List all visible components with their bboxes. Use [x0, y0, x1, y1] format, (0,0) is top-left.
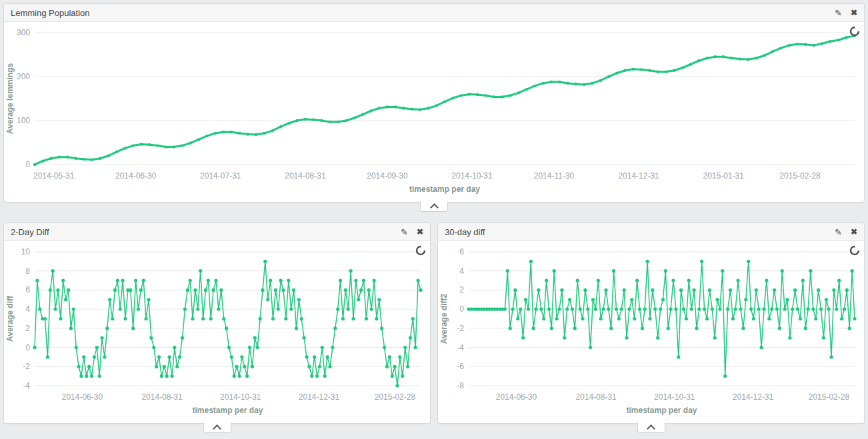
svg-text:-4: -4 — [457, 343, 464, 352]
history-icon[interactable] — [415, 245, 426, 256]
svg-text:2014-11-30: 2014-11-30 — [534, 171, 575, 181]
panel-title: Lemming Population — [11, 8, 90, 18]
svg-text:Average diff: Average diff — [5, 295, 15, 342]
panel-title: 30-day diff — [445, 227, 485, 237]
dashboard: Lemming Population ✎ ✖ 01002003002014-05… — [0, 0, 868, 427]
collapse-panel-button[interactable] — [203, 422, 231, 433]
svg-text:6: 6 — [459, 247, 464, 256]
panel-title: 2-Day Diff — [11, 227, 49, 237]
svg-text:2014-05-31: 2014-05-31 — [33, 171, 75, 181]
svg-text:-8: -8 — [457, 381, 464, 390]
svg-text:2: 2 — [25, 324, 30, 333]
svg-text:6: 6 — [25, 285, 30, 294]
svg-text:200: 200 — [17, 72, 30, 81]
svg-text:timestamp per day: timestamp per day — [192, 406, 263, 415]
thirty-day-diff-chart: -8-6-4-202462014-06-302014-08-312014-10-… — [438, 241, 864, 423]
svg-text:2014-08-31: 2014-08-31 — [575, 392, 617, 402]
svg-text:2014-06-30: 2014-06-30 — [62, 392, 103, 402]
edit-panel-icon[interactable]: ✎ — [835, 9, 842, 17]
chevron-up-icon — [430, 203, 439, 212]
svg-text:8: 8 — [25, 266, 30, 276]
edit-panel-icon[interactable]: ✎ — [401, 228, 408, 236]
chart-svg: -4-202468102014-06-302014-08-312014-10-3… — [4, 241, 430, 423]
svg-text:Average lemmings: Average lemmings — [5, 63, 15, 135]
panel-lemming-population: Lemming Population ✎ ✖ 01002003002014-05… — [3, 3, 865, 203]
close-panel-icon[interactable]: ✖ — [851, 228, 857, 236]
svg-text:-6: -6 — [457, 362, 464, 371]
svg-text:10: 10 — [21, 247, 31, 256]
svg-text:2014-06-30: 2014-06-30 — [496, 392, 537, 402]
svg-text:timestamp per day: timestamp per day — [409, 185, 480, 194]
svg-text:Average diff2: Average diff2 — [439, 293, 449, 344]
svg-text:4: 4 — [25, 304, 30, 314]
svg-text:2014-08-31: 2014-08-31 — [285, 171, 326, 181]
svg-text:2014-12-31: 2014-12-31 — [618, 171, 659, 181]
svg-text:300: 300 — [17, 28, 30, 37]
history-icon-svg — [849, 26, 860, 37]
panel-30-day-diff: 30-day diff ✎ ✖ -8-6-4-202462014-06-3020… — [437, 222, 865, 424]
svg-text:2015-02-28: 2015-02-28 — [375, 392, 416, 402]
history-icon-svg — [415, 245, 426, 256]
panel-actions: ✎ ✖ — [392, 228, 423, 236]
collapse-panel-button[interactable] — [420, 201, 448, 212]
svg-text:2014-10-31: 2014-10-31 — [451, 171, 493, 181]
svg-text:2015-02-28: 2015-02-28 — [779, 171, 821, 181]
panel-header: 2-Day Diff ✎ ✖ — [4, 223, 430, 241]
svg-text:2014-10-31: 2014-10-31 — [220, 392, 261, 402]
svg-text:2014-07-31: 2014-07-31 — [200, 171, 241, 181]
panel-2-day-diff: 2-Day Diff ✎ ✖ -4-202468102014-06-302014… — [3, 222, 431, 424]
svg-text:-2: -2 — [457, 324, 464, 333]
svg-text:2: 2 — [459, 285, 464, 294]
svg-text:100: 100 — [17, 116, 30, 125]
bottom-row: 2-Day Diff ✎ ✖ -4-202468102014-06-302014… — [3, 222, 865, 424]
svg-text:2014-12-31: 2014-12-31 — [733, 392, 774, 402]
svg-text:2014-10-31: 2014-10-31 — [654, 392, 695, 402]
close-panel-icon[interactable]: ✖ — [417, 228, 423, 236]
collapse-panel-button[interactable] — [637, 422, 665, 433]
chevron-up-icon — [213, 424, 221, 433]
history-icon[interactable] — [849, 26, 860, 37]
panel-header: Lemming Population ✎ ✖ — [4, 4, 864, 22]
svg-text:-2: -2 — [23, 362, 30, 371]
svg-text:2015-02-28: 2015-02-28 — [809, 392, 850, 402]
svg-text:2014-08-31: 2014-08-31 — [141, 392, 183, 402]
svg-text:4: 4 — [459, 266, 464, 276]
svg-text:2014-06-30: 2014-06-30 — [115, 171, 157, 181]
panel-header: 30-day diff ✎ ✖ — [438, 223, 864, 241]
chart-svg: 01002003002014-05-312014-06-302014-07-31… — [4, 22, 864, 202]
panel-actions: ✎ ✖ — [826, 228, 857, 236]
two-day-diff-chart: -4-202468102014-06-302014-08-312014-10-3… — [4, 241, 430, 423]
chevron-up-icon — [647, 424, 655, 433]
history-icon-svg — [849, 245, 860, 256]
svg-text:2015-01-31: 2015-01-31 — [703, 171, 745, 181]
panel-actions: ✎ ✖ — [826, 9, 857, 17]
svg-text:2014-12-31: 2014-12-31 — [299, 392, 340, 402]
history-icon[interactable] — [849, 245, 860, 256]
edit-panel-icon[interactable]: ✎ — [835, 228, 842, 236]
svg-text:timestamp per day: timestamp per day — [626, 406, 697, 415]
svg-text:0: 0 — [459, 304, 464, 314]
svg-text:0: 0 — [25, 343, 30, 352]
lemming-population-chart: 01002003002014-05-312014-06-302014-07-31… — [4, 22, 864, 202]
close-panel-icon[interactable]: ✖ — [851, 9, 857, 17]
svg-text:0: 0 — [25, 160, 30, 169]
svg-text:-4: -4 — [23, 381, 30, 390]
svg-text:2014-09-30: 2014-09-30 — [367, 171, 408, 181]
chart-svg: -8-6-4-202462014-06-302014-08-312014-10-… — [438, 241, 864, 423]
